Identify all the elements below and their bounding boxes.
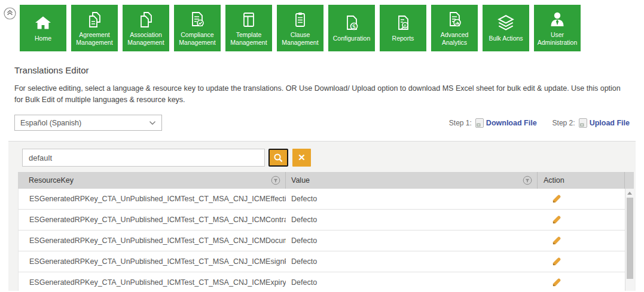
table-row: ESGeneratedRPKey_CTA_UnPublished_ICMTest…	[19, 210, 625, 230]
value-cell: Defecto	[286, 236, 538, 245]
resource-key-cell: ESGeneratedRPKey_CTA_UnPublished_ICMTest…	[19, 236, 286, 245]
compliance-management-icon	[188, 9, 207, 30]
nav-tile-template-management[interactable]: Template Management	[225, 5, 272, 51]
edit-pencil-icon[interactable]	[552, 194, 561, 204]
page-description: For selective editing, select a language…	[14, 83, 630, 106]
value-cell: Defecto	[286, 278, 538, 287]
language-selected-value: Español (Spanish)	[20, 119, 81, 127]
table-row: ESGeneratedRPKey_CTA_UnPublished_ICMTest…	[19, 189, 625, 210]
chevron-down-icon	[149, 121, 156, 125]
scrollbar-up-arrow[interactable]	[627, 192, 632, 195]
table-row: ESGeneratedRPKey_CTA_UnPublished_ICMTest…	[19, 230, 625, 251]
nav-tiles: Home Agreement Management Association Ma…	[20, 5, 644, 51]
controls-row: Español (Spanish) Step 1: Download File …	[14, 115, 630, 131]
bulk-actions-icon	[496, 13, 516, 34]
edit-pencil-icon[interactable]	[552, 236, 561, 245]
language-select[interactable]: Español (Spanish)	[14, 115, 162, 131]
user-administration-icon	[548, 9, 567, 30]
table-row: ESGeneratedRPKey_CTA_UnPublished_ICMTest…	[19, 272, 625, 291]
nav-tile-label: User Administration	[535, 31, 579, 46]
upload-file-link[interactable]: Upload File	[590, 119, 630, 127]
search-button[interactable]	[268, 149, 288, 167]
column-header-action: Action	[538, 172, 625, 189]
nav-tile-agreement-management[interactable]: Agreement Management	[71, 5, 118, 51]
resource-key-cell: ESGeneratedRPKey_CTA_UnPublished_ICMTest…	[19, 257, 286, 266]
nav-tile-advanced-analytics[interactable]: Advanced Analytics	[431, 5, 478, 51]
filter-icon[interactable]	[271, 176, 280, 185]
excel-file-icon	[475, 118, 484, 128]
svg-text:$: $	[352, 23, 356, 30]
nav-tile-user-administration[interactable]: User Administration	[534, 5, 581, 51]
nav-tile-label: Reports	[392, 35, 414, 42]
nav-tile-label: Home	[35, 35, 51, 42]
download-upload-steps: Step 1: Download File Step 2: Upload Fil…	[449, 118, 630, 128]
grid-body: ESGeneratedRPKey_CTA_UnPublished_ICMTest…	[18, 189, 634, 291]
action-cell	[538, 236, 625, 245]
nav-tile-home[interactable]: Home	[20, 5, 66, 51]
step1-label: Step 1:	[449, 119, 472, 127]
nav-tile-label: Association Management	[124, 31, 168, 46]
close-icon: ✕	[298, 152, 306, 163]
value-cell: Defecto	[286, 216, 538, 224]
nav-tile-reports[interactable]: Reports	[380, 5, 426, 51]
search-icon	[273, 153, 283, 163]
top-navigation: Home Agreement Management Association Ma…	[0, 0, 644, 51]
association-management-icon	[136, 9, 155, 30]
action-cell	[538, 194, 625, 204]
home-icon	[33, 13, 53, 34]
resource-key-cell: ESGeneratedRPKey_CTA_UnPublished_ICMTest…	[19, 278, 286, 287]
search-row: ✕	[22, 149, 634, 167]
excel-file-icon	[579, 118, 587, 128]
nav-tile-configuration[interactable]: $ Configuration	[328, 5, 375, 51]
nav-tile-label: Template Management	[227, 31, 271, 46]
clear-search-button[interactable]: ✕	[292, 149, 311, 167]
grid-header-scroll-gutter	[625, 172, 634, 189]
nav-tile-label: Clause Management	[278, 31, 322, 46]
download-file-link[interactable]: Download File	[486, 119, 537, 127]
translations-panel: ✕ ResourceKey Value	[8, 141, 636, 291]
resource-key-search-input[interactable]	[22, 149, 265, 167]
table-row: ESGeneratedRPKey_CTA_UnPublished_ICMTest…	[19, 251, 625, 272]
filter-icon[interactable]	[523, 176, 532, 185]
template-management-icon	[239, 9, 258, 30]
chevron-double-up-icon	[4, 7, 16, 20]
value-cell: Defecto	[286, 257, 538, 266]
edit-pencil-icon[interactable]	[552, 257, 561, 266]
nav-tile-label: Configuration	[333, 35, 370, 42]
grid-header: ResourceKey Value Action	[18, 172, 634, 189]
nav-tile-label: Agreement Management	[72, 31, 117, 46]
vertical-scrollbar[interactable]	[625, 189, 634, 291]
action-cell	[538, 278, 625, 287]
agreement-management-icon	[85, 9, 104, 30]
translations-grid: ResourceKey Value Action	[18, 172, 634, 291]
nav-tile-bulk-actions[interactable]: Bulk Actions	[483, 5, 529, 51]
column-header-value[interactable]: Value	[286, 172, 538, 189]
step2-label: Step 2:	[553, 119, 575, 127]
resource-key-cell: ESGeneratedRPKey_CTA_UnPublished_ICMTest…	[19, 195, 286, 203]
nav-tile-label: Bulk Actions	[489, 35, 523, 42]
edit-pencil-icon[interactable]	[552, 215, 561, 225]
nav-tile-compliance-management[interactable]: Compliance Management	[174, 5, 221, 51]
nav-tile-association-management[interactable]: Association Management	[123, 5, 169, 51]
clause-management-icon	[291, 9, 310, 30]
advanced-analytics-icon	[445, 9, 464, 30]
collapse-nav-button[interactable]	[4, 7, 16, 20]
column-header-resourcekey[interactable]: ResourceKey	[18, 172, 286, 189]
nav-tile-clause-management[interactable]: Clause Management	[277, 5, 323, 51]
value-cell: Defecto	[286, 195, 538, 203]
grid-rows: ESGeneratedRPKey_CTA_UnPublished_ICMTest…	[18, 189, 625, 291]
action-cell	[538, 215, 625, 225]
nav-tile-label: Compliance Management	[175, 31, 219, 46]
reports-icon	[393, 13, 413, 34]
action-cell	[538, 257, 625, 266]
resource-key-cell: ESGeneratedRPKey_CTA_UnPublished_ICMTest…	[19, 216, 286, 224]
edit-pencil-icon[interactable]	[552, 278, 561, 287]
configuration-icon: $	[342, 13, 361, 34]
scrollbar-thumb[interactable]	[627, 198, 633, 279]
page-title: Translations Editor	[14, 65, 644, 75]
nav-tile-label: Advanced Analytics	[432, 31, 477, 46]
